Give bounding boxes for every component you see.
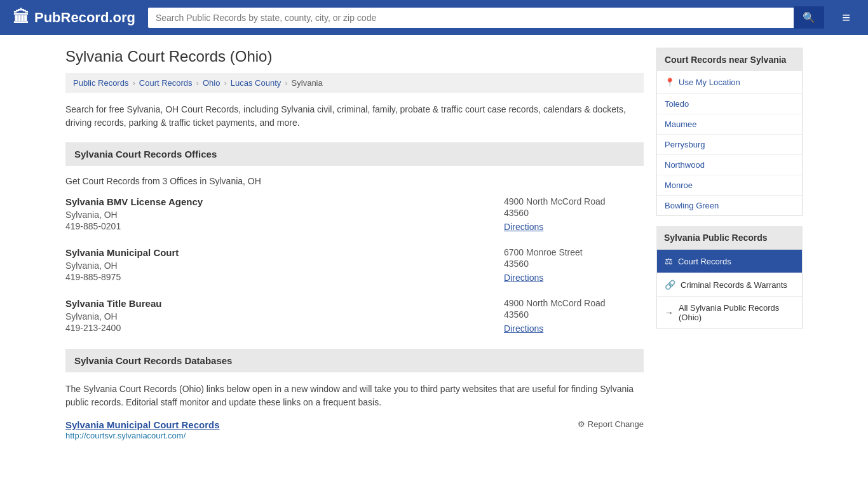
menu-icon: ≡ [842, 10, 850, 25]
near-title: Court Records near Sylvania [665, 55, 786, 65]
city-link-perrysburg[interactable]: Perrysburg [657, 135, 802, 154]
sep-3: › [224, 78, 226, 88]
office-item-3: Sylvania Title Bureau Sylvania, OH 419-2… [65, 298, 644, 334]
databases-description: The Sylvania Court Records (Ohio) links … [65, 383, 644, 409]
office-item: Sylvania BMV License Agency Sylvania, OH… [65, 196, 644, 232]
pub-records-section: Sylvania Public Records ⚖ Court Records … [656, 226, 803, 329]
office-address-1: 4900 North McCord Road [504, 196, 644, 207]
office-name-1: Sylvania BMV License Agency [65, 196, 504, 207]
list-item: → All Sylvania Public Records (Ohio) [657, 297, 802, 329]
sep-1: › [132, 78, 135, 88]
sidebar: Court Records near Sylvania 📍 Use My Loc… [656, 48, 803, 445]
use-location-button[interactable]: 📍 Use My Location [657, 71, 802, 94]
search-area: 🔍 [148, 6, 824, 29]
office-zip-2: 43560 [504, 259, 644, 269]
office-left-2: Sylvania Municipal Court Sylvania, OH 41… [65, 247, 504, 283]
page-description: Search for free Sylvania, OH Court Recor… [65, 103, 644, 130]
sep-2: › [196, 78, 199, 88]
list-item: Perrysburg [657, 135, 802, 155]
site-header: 🏛 PubRecord.org 🔍 ≡ [0, 0, 868, 35]
court-records-label: Court Records [678, 257, 731, 266]
directions-link-2[interactable]: Directions [504, 273, 543, 283]
offices-section-header: Sylvania Court Records Offices [65, 142, 644, 166]
report-icon: ⚙ [578, 419, 585, 429]
databases-section-header: Sylvania Court Records Databases [65, 349, 644, 372]
list-item: 🔗 Criminal Records & Warrants [657, 273, 802, 297]
all-records-label: All Sylvania Public Records (Ohio) [679, 303, 794, 322]
search-input[interactable] [148, 8, 794, 28]
databases-link[interactable]: Sylvania Municipal Court Records [65, 419, 220, 430]
directions-link-1[interactable]: Directions [504, 222, 543, 232]
directions-link-3[interactable]: Directions [504, 323, 543, 334]
breadcrumb-court-records[interactable]: Court Records [139, 78, 193, 88]
pub-records-all[interactable]: → All Sylvania Public Records (Ohio) [657, 297, 802, 329]
sidebar-near-header: Court Records near Sylvania [657, 48, 802, 71]
page-title: Sylvania Court Records (Ohio) [65, 48, 644, 65]
breadcrumb-public-records[interactable]: Public Records [73, 78, 128, 88]
office-item-2: Sylvania Municipal Court Sylvania, OH 41… [65, 247, 644, 283]
city-link-maumee[interactable]: Maumee [657, 114, 802, 134]
office-phone-2: 419-885-8975 [65, 272, 504, 282]
office-right-2: 6700 Monroe Street 43560 Directions [504, 247, 644, 283]
list-item: ⚖ Court Records [657, 250, 802, 273]
list-item: Monroe [657, 175, 802, 196]
main-content: Sylvania Court Records (Ohio) Public Rec… [65, 48, 644, 445]
site-logo[interactable]: 🏛 PubRecord.org [13, 8, 135, 27]
databases-url[interactable]: http://courtsvr.sylvaniacourt.com/ [65, 431, 186, 440]
list-item: Maumee [657, 114, 802, 135]
sidebar-near-box: Court Records near Sylvania 📍 Use My Loc… [656, 48, 803, 216]
city-link-monroe[interactable]: Monroe [657, 175, 802, 195]
office-name-3: Sylvania Title Bureau [65, 298, 504, 309]
city-link-bowling-green[interactable]: Bowling Green [657, 196, 802, 215]
main-container: Sylvania Court Records (Ohio) Public Rec… [53, 35, 815, 458]
sep-4: › [285, 78, 287, 88]
office-address-2: 6700 Monroe Street [504, 247, 644, 257]
office-name-2: Sylvania Municipal Court [65, 247, 504, 258]
office-zip-1: 43560 [504, 208, 644, 218]
list-item: Toledo [657, 94, 802, 114]
logo-icon: 🏛 [13, 8, 29, 27]
pub-records-list: ⚖ Court Records 🔗 Criminal Records & War… [656, 249, 803, 329]
office-right-3: 4900 North McCord Road 43560 Directions [504, 298, 644, 334]
logo-text: PubRecord.org [34, 10, 135, 26]
offices-count: Get Court Records from 3 Offices in Sylv… [65, 176, 644, 186]
pub-records-court-records[interactable]: ⚖ Court Records [657, 250, 802, 273]
report-change[interactable]: ⚙ Report Change [578, 419, 644, 429]
city-link-northwood[interactable]: Northwood [657, 155, 802, 175]
use-location-label: Use My Location [679, 78, 740, 87]
nearby-cities-list: Toledo Maumee Perrysburg Northwood Monro… [657, 94, 802, 215]
office-city-2: Sylvania, OH [65, 261, 504, 271]
criminal-records-icon: 🔗 [665, 280, 675, 290]
list-item: Bowling Green [657, 196, 802, 215]
office-address-3: 4900 North McCord Road [504, 298, 644, 308]
office-left-1: Sylvania BMV License Agency Sylvania, OH… [65, 196, 504, 232]
breadcrumb: Public Records › Court Records › Ohio › … [65, 73, 644, 93]
office-left-3: Sylvania Title Bureau Sylvania, OH 419-2… [65, 298, 504, 334]
office-city-1: Sylvania, OH [65, 210, 504, 220]
list-item: Northwood [657, 155, 802, 175]
breadcrumb-ohio[interactable]: Ohio [203, 78, 220, 88]
menu-button[interactable]: ≡ [837, 7, 855, 29]
office-phone-1: 419-885-0201 [65, 221, 504, 231]
office-right-1: 4900 North McCord Road 43560 Directions [504, 196, 644, 232]
breadcrumb-sylvania: Sylvania [292, 78, 323, 88]
pub-records-title: Sylvania Public Records [656, 226, 803, 249]
all-records-icon: → [665, 308, 674, 318]
office-zip-3: 43560 [504, 309, 644, 320]
office-city-3: Sylvania, OH [65, 311, 504, 322]
database-entry: ⚙ Report Change Sylvania Municipal Court… [65, 419, 644, 440]
office-phone-3: 419-213-2400 [65, 323, 504, 333]
criminal-records-label: Criminal Records & Warrants [681, 280, 787, 290]
pub-records-criminal[interactable]: 🔗 Criminal Records & Warrants [657, 273, 802, 296]
city-link-toledo[interactable]: Toledo [657, 94, 802, 114]
search-button[interactable]: 🔍 [794, 6, 824, 29]
breadcrumb-lucas-county[interactable]: Lucas County [231, 78, 281, 88]
location-icon: 📍 [665, 78, 675, 87]
court-records-icon: ⚖ [665, 256, 673, 266]
